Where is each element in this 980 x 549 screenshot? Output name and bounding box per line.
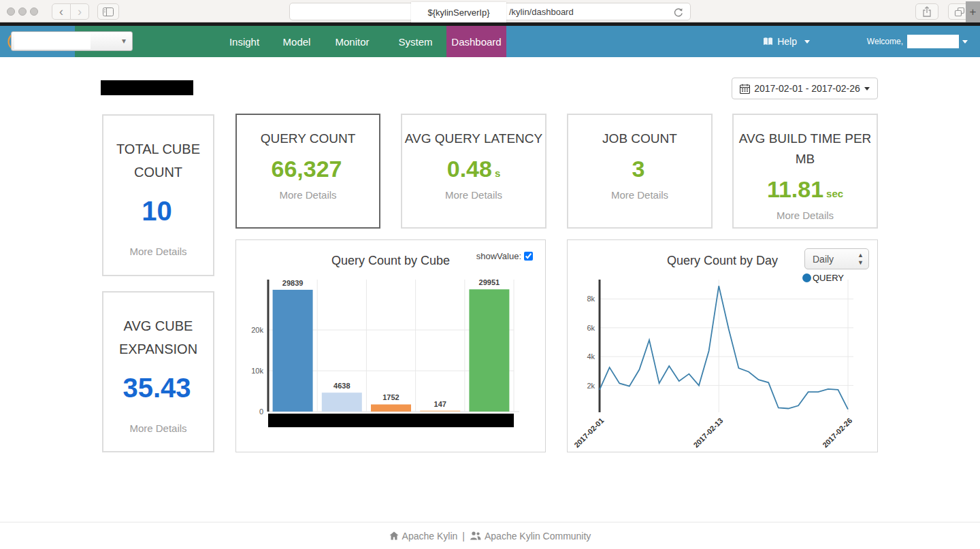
help-caret-icon (804, 40, 810, 44)
card-job-count[interactable]: JOB COUNT 3 More Details (567, 114, 713, 229)
footer-link-label: Apache Kylin (402, 531, 458, 542)
footer-link-community[interactable]: Apache Kylin Community (470, 531, 591, 542)
metric-value: 0.48s (447, 156, 501, 182)
svg-text:4638: 4638 (333, 382, 350, 390)
user-caret-icon (962, 40, 968, 44)
svg-text:10k: 10k (251, 367, 263, 375)
window-minimize-button[interactable] (18, 7, 27, 16)
metric-value-number: 11.81 (767, 176, 823, 202)
svg-text:4k: 4k (587, 352, 595, 361)
project-name-redaction (14, 33, 91, 49)
more-details-link[interactable]: More Details (611, 189, 668, 201)
card-query-count[interactable]: QUERY COUNT 66,327 More Details (235, 114, 380, 229)
footer-link-apache-kylin[interactable]: Apache Kylin (389, 531, 458, 542)
metric-title: AVG CUBE EXPANSION (103, 314, 213, 361)
svg-text:29839: 29839 (282, 279, 304, 287)
address-bar[interactable]: ${kylinServerIp} /kylin/dashboard (289, 3, 691, 20)
svg-text:2017-02-13: 2017-02-13 (691, 416, 724, 449)
tab-monitor-label: Monitor (335, 36, 369, 48)
address-path: /kylin/dashboard (509, 7, 574, 17)
svg-text:20k: 20k (251, 326, 263, 334)
calendar-icon (740, 84, 750, 94)
svg-text:2017-02-26: 2017-02-26 (821, 416, 853, 449)
svg-text:1752: 1752 (382, 393, 399, 401)
tab-dashboard-label: Dashboard (451, 36, 501, 48)
svg-text:29951: 29951 (479, 278, 500, 286)
tab-insight[interactable]: Insight (215, 26, 274, 57)
svg-text:2017-02-01: 2017-02-01 (572, 416, 605, 449)
tab-insight-label: Insight (229, 36, 259, 48)
project-redaction-box (101, 80, 193, 95)
card-avg-cube-expansion[interactable]: AVG CUBE EXPANSION 35.43 More Details (102, 291, 214, 452)
reload-icon (673, 7, 683, 18)
home-icon (389, 531, 399, 540)
metric-value-number: 3 (632, 156, 645, 182)
svg-text:6k: 6k (587, 324, 595, 332)
footer: Apache Kylin | Apache Kylin Community (0, 522, 980, 549)
card-total-cube-count[interactable]: TOTAL CUBE COUNT 10 More Details (102, 114, 214, 276)
line-chart-card: Query Count by Day Daily ▲▼ QUERY 2k4k6k… (567, 239, 878, 452)
more-details-link[interactable]: More Details (129, 246, 186, 257)
user-dropdown[interactable]: Welcome, (867, 26, 968, 57)
legend-dot-icon (802, 273, 811, 282)
more-details-link[interactable]: More Details (129, 422, 186, 434)
tab-model[interactable]: Model (274, 26, 320, 57)
help-dropdown[interactable]: Help (763, 26, 810, 57)
date-range-label: 2017-02-01 - 2017-02-26 (754, 83, 860, 94)
metric-value: 66,327 (272, 156, 345, 182)
svg-text:0: 0 (259, 407, 263, 416)
show-value-checkbox[interactable] (524, 252, 533, 261)
show-value-label: showValue: (476, 251, 521, 261)
metric-value-number: 35.43 (122, 373, 191, 403)
more-details-link[interactable]: More Details (445, 189, 502, 201)
select-arrows-icon: ▲▼ (858, 252, 864, 267)
kylin-navbar: Kylin ▾ Insight Model Monitor System Das… (0, 26, 980, 57)
reload-button[interactable] (673, 7, 683, 18)
chart-legend: QUERY (802, 273, 844, 283)
back-button[interactable]: ‹ (52, 3, 71, 20)
help-label: Help (777, 36, 797, 47)
select-caret-icon: ▾ (122, 36, 126, 46)
date-caret-icon (864, 87, 870, 90)
forward-button[interactable]: › (70, 3, 89, 20)
server-ip-placeholder: ${kylinServerIp} (427, 7, 489, 18)
date-range-picker[interactable]: 2017-02-01 - 2017-02-26 (732, 78, 878, 99)
card-avg-build-time[interactable]: AVG BUILD TIME PER MB 11.81sec More Deta… (732, 114, 878, 229)
tab-dashboard[interactable]: Dashboard (446, 26, 506, 57)
more-details-link[interactable]: More Details (279, 189, 336, 201)
metric-title: JOB COUNT (602, 129, 677, 149)
share-icon (922, 6, 932, 17)
project-select[interactable]: ▾ (11, 31, 133, 51)
svg-text:147: 147 (434, 400, 446, 408)
tabs-icon (954, 7, 965, 17)
query-count-by-day-chart: 2k4k6k8k2017-02-012017-02-132017-02-26 (568, 240, 877, 452)
metric-value-number: 66,327 (272, 156, 342, 182)
tab-system-label: System (398, 36, 432, 48)
metric-value-suffix: s (495, 167, 500, 179)
bar-chart-card: Query Count by Cube showValue: 010k20k29… (235, 239, 546, 452)
share-button[interactable] (915, 3, 938, 20)
svg-text:8k: 8k (587, 295, 595, 303)
metric-value: 3 (632, 156, 648, 182)
metric-value: 35.43 (122, 373, 193, 403)
forward-chevron-icon: › (78, 5, 82, 19)
metric-value-number: 0.48 (447, 156, 492, 182)
tab-monitor[interactable]: Monitor (320, 26, 385, 57)
metric-title: AVG QUERY LATENCY (405, 129, 542, 149)
sidebar-toggle-button[interactable] (97, 3, 119, 20)
tab-system[interactable]: System (385, 26, 446, 57)
interval-select-value: Daily (813, 254, 834, 265)
window-close-button[interactable] (7, 7, 15, 16)
new-tab-button[interactable]: + (966, 1, 980, 22)
show-value-control: showValue: (476, 251, 533, 261)
users-icon (470, 531, 481, 540)
metric-title: AVG BUILD TIME PER MB (734, 129, 877, 169)
card-avg-query-latency[interactable]: AVG QUERY LATENCY 0.48s More Details (401, 114, 546, 229)
more-details-link[interactable]: More Details (777, 210, 834, 221)
query-count-by-cube-chart: 010k20k298394638175214729951 (236, 240, 545, 452)
interval-select[interactable]: Daily ▲▼ (804, 248, 869, 269)
window-zoom-button[interactable] (30, 7, 38, 16)
metric-title: TOTAL CUBE COUNT (103, 137, 213, 184)
welcome-label: Welcome, (867, 37, 903, 46)
svg-text:2k: 2k (587, 382, 595, 390)
